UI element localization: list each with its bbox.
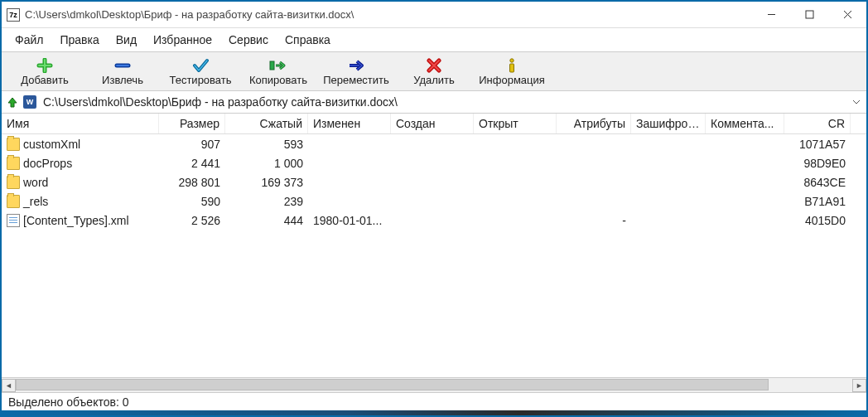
col-encrypted[interactable]: Зашифров... xyxy=(631,114,706,133)
col-size[interactable]: Размер xyxy=(159,114,225,133)
cell-size: 2 441 xyxy=(159,155,225,172)
folder-icon xyxy=(7,157,20,170)
cell-accessed xyxy=(474,181,557,184)
cell-created xyxy=(391,200,474,203)
menu-tools[interactable]: Сервис xyxy=(222,32,275,48)
minimize-button[interactable] xyxy=(752,2,790,27)
menu-favorites[interactable]: Избранное xyxy=(147,32,219,48)
delete-label: Удалить xyxy=(413,74,455,86)
copy-label: Копировать xyxy=(249,74,307,86)
x-icon xyxy=(427,57,441,74)
cell-enc xyxy=(631,162,706,165)
maximize-button[interactable] xyxy=(790,2,828,27)
cell-comment xyxy=(706,162,784,165)
col-packed[interactable]: Сжатый xyxy=(225,114,308,133)
col-name[interactable]: Имя xyxy=(2,114,159,133)
up-button[interactable] xyxy=(5,95,20,109)
folder-icon xyxy=(7,195,20,208)
move-button[interactable]: Переместить xyxy=(318,54,394,89)
scroll-right-arrow[interactable]: ► xyxy=(852,379,866,392)
svg-rect-6 xyxy=(510,64,514,72)
horizontal-scrollbar[interactable]: ◄ ► xyxy=(2,377,866,392)
info-icon xyxy=(506,57,518,74)
delete-button[interactable]: Удалить xyxy=(396,54,472,89)
add-label: Добавить xyxy=(21,74,68,86)
file-name: docProps xyxy=(23,157,72,170)
maximize-icon xyxy=(805,10,814,19)
col-crc[interactable]: CR xyxy=(784,114,851,133)
cell-created xyxy=(391,181,474,184)
col-accessed[interactable]: Открыт xyxy=(474,114,557,133)
scroll-thumb[interactable] xyxy=(16,379,769,390)
menu-view[interactable]: Вид xyxy=(109,32,143,48)
table-row[interactable]: docProps2 4411 00098D9E0 xyxy=(2,153,866,172)
window-controls xyxy=(752,2,866,27)
cell-packed: 169 373 xyxy=(225,174,308,191)
cell-size: 298 801 xyxy=(159,174,225,191)
scroll-left-arrow[interactable]: ◄ xyxy=(2,379,16,392)
path-input[interactable] xyxy=(40,94,846,110)
cell-created xyxy=(391,162,474,165)
cell-crc: 4015D0 xyxy=(784,212,851,229)
cell-modified xyxy=(308,143,391,146)
folder-icon xyxy=(7,176,20,189)
col-comment[interactable]: Коммента... xyxy=(706,114,784,133)
col-attributes[interactable]: Атрибуты xyxy=(557,114,631,133)
cell-crc: 98D9E0 xyxy=(784,155,851,172)
move-arrow-icon xyxy=(347,57,365,74)
minimize-icon xyxy=(767,10,776,19)
add-button[interactable]: Добавить xyxy=(7,54,83,89)
cell-created xyxy=(391,143,474,146)
col-modified[interactable]: Изменен xyxy=(308,114,391,133)
chevron-down-icon xyxy=(852,98,861,106)
menubar: Файл Правка Вид Избранное Сервис Справка xyxy=(2,28,866,51)
info-button[interactable]: Информация xyxy=(474,54,550,89)
file-table: Имя Размер Сжатый Изменен Создан Открыт … xyxy=(2,114,866,377)
cell-comment xyxy=(706,200,784,203)
cell-comment xyxy=(706,143,784,146)
cell-size: 2 526 xyxy=(159,212,225,229)
cell-modified xyxy=(308,162,391,165)
table-row[interactable]: word298 801169 3738643CE xyxy=(2,172,866,192)
table-row[interactable]: _rels590239B71A91 xyxy=(2,192,866,211)
path-dropdown[interactable] xyxy=(850,96,863,109)
cell-attr xyxy=(557,143,631,146)
extract-button[interactable]: Извлечь xyxy=(84,54,161,89)
cell-crc: 8643CE xyxy=(784,174,851,191)
file-name: word xyxy=(23,176,48,189)
cell-modified: 1980-01-01... xyxy=(308,212,391,229)
cell-enc xyxy=(631,200,706,203)
cell-enc xyxy=(631,143,706,146)
close-icon xyxy=(843,10,852,19)
close-button[interactable] xyxy=(828,2,866,27)
menu-edit[interactable]: Правка xyxy=(53,32,105,48)
cell-accessed xyxy=(474,200,557,203)
file-name: customXml xyxy=(23,138,80,151)
path-bar: W xyxy=(2,91,866,114)
cell-attr xyxy=(557,200,631,203)
file-name: _rels xyxy=(23,195,48,208)
test-button[interactable]: Тестировать xyxy=(162,54,239,89)
menu-file[interactable]: Файл xyxy=(8,32,50,48)
table-row[interactable]: [Content_Types].xml2 5264441980-01-01...… xyxy=(2,211,866,230)
docx-icon: W xyxy=(23,95,36,109)
menu-help[interactable]: Справка xyxy=(278,32,337,48)
table-row[interactable]: customXml9075931071A57 xyxy=(2,134,866,153)
test-label: Тестировать xyxy=(169,74,231,86)
window-title: C:\Users\dmkol\Desktop\Бриф - на разрабо… xyxy=(25,8,752,21)
app-icon: 7z xyxy=(7,8,20,22)
cell-size: 590 xyxy=(159,193,225,210)
col-created[interactable]: Создан xyxy=(391,114,474,133)
table-body: customXml9075931071A57docProps2 4411 000… xyxy=(2,134,866,377)
status-text: Выделено объектов: 0 xyxy=(8,395,128,409)
scroll-track[interactable] xyxy=(16,379,852,392)
svg-point-5 xyxy=(510,58,514,61)
cell-name: [Content_Types].xml xyxy=(2,212,159,229)
folder-icon xyxy=(7,138,20,151)
file-icon xyxy=(7,214,20,227)
cell-packed: 239 xyxy=(225,193,308,210)
cell-modified xyxy=(308,181,391,184)
copy-arrow-icon xyxy=(269,57,287,74)
status-bar: Выделено объектов: 0 xyxy=(2,392,866,410)
copy-button[interactable]: Копировать xyxy=(240,54,316,89)
